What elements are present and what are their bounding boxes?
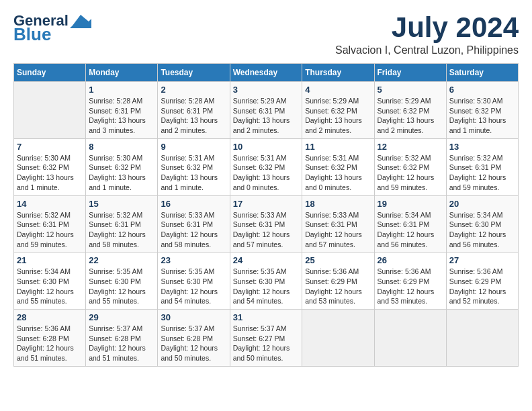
- calendar-cell: 3Sunrise: 5:29 AM Sunset: 6:31 PM Daylig…: [230, 82, 302, 139]
- calendar-week-row: 28Sunrise: 5:36 AM Sunset: 6:28 PM Dayli…: [14, 310, 519, 367]
- calendar-cell: 22Sunrise: 5:35 AM Sunset: 6:30 PM Dayli…: [86, 253, 158, 310]
- day-info: Sunrise: 5:31 AM Sunset: 6:32 PM Dayligh…: [233, 153, 300, 193]
- day-number: 15: [89, 199, 154, 209]
- day-number: 24: [233, 255, 300, 265]
- calendar-cell: 9Sunrise: 5:31 AM Sunset: 6:32 PM Daylig…: [158, 138, 230, 195]
- day-number: 2: [161, 85, 226, 95]
- calendar-cell: 30Sunrise: 5:37 AM Sunset: 6:28 PM Dayli…: [158, 310, 230, 367]
- calendar-cell: 27Sunrise: 5:36 AM Sunset: 6:29 PM Dayli…: [446, 253, 518, 310]
- calendar-cell: 15Sunrise: 5:32 AM Sunset: 6:31 PM Dayli…: [86, 195, 158, 253]
- weekday-header: Wednesday: [230, 64, 302, 82]
- day-info: Sunrise: 5:36 AM Sunset: 6:29 PM Dayligh…: [305, 267, 371, 306]
- weekday-header: Thursday: [302, 64, 374, 82]
- calendar-cell: 24Sunrise: 5:35 AM Sunset: 6:30 PM Dayli…: [230, 253, 302, 310]
- day-number: 6: [449, 85, 515, 95]
- calendar-cell: 26Sunrise: 5:36 AM Sunset: 6:29 PM Dayli…: [374, 253, 446, 310]
- calendar-cell: 11Sunrise: 5:31 AM Sunset: 6:32 PM Dayli…: [302, 138, 374, 195]
- day-info: Sunrise: 5:36 AM Sunset: 6:28 PM Dayligh…: [17, 324, 83, 363]
- day-info: Sunrise: 5:30 AM Sunset: 6:32 PM Dayligh…: [89, 153, 154, 193]
- weekday-header: Saturday: [446, 64, 518, 82]
- day-info: Sunrise: 5:34 AM Sunset: 6:31 PM Dayligh…: [378, 210, 443, 250]
- day-number: 18: [305, 199, 371, 209]
- calendar-cell: 8Sunrise: 5:30 AM Sunset: 6:32 PM Daylig…: [86, 138, 158, 195]
- day-info: Sunrise: 5:32 AM Sunset: 6:31 PM Dayligh…: [17, 210, 83, 250]
- calendar-cell: [14, 82, 86, 139]
- day-info: Sunrise: 5:33 AM Sunset: 6:31 PM Dayligh…: [161, 210, 226, 250]
- day-number: 1: [89, 85, 154, 95]
- day-info: Sunrise: 5:37 AM Sunset: 6:28 PM Dayligh…: [89, 324, 154, 363]
- day-info: Sunrise: 5:35 AM Sunset: 6:30 PM Dayligh…: [89, 267, 154, 306]
- title-area: July 2024 Salvacion I, Central Luzon, Ph…: [335, 13, 519, 56]
- day-number: 7: [17, 142, 83, 152]
- day-info: Sunrise: 5:36 AM Sunset: 6:29 PM Dayligh…: [378, 267, 443, 306]
- day-number: 27: [449, 255, 515, 265]
- day-number: 16: [161, 199, 226, 209]
- day-number: 12: [378, 142, 443, 152]
- calendar-cell: 12Sunrise: 5:32 AM Sunset: 6:32 PM Dayli…: [374, 138, 446, 195]
- page-header: General Blue July 2024 Salvacion I, Cent…: [13, 13, 519, 56]
- calendar-body: 1Sunrise: 5:28 AM Sunset: 6:31 PM Daylig…: [14, 82, 519, 367]
- day-info: Sunrise: 5:35 AM Sunset: 6:30 PM Dayligh…: [161, 267, 226, 306]
- calendar-week-row: 14Sunrise: 5:32 AM Sunset: 6:31 PM Dayli…: [14, 195, 519, 253]
- calendar-cell: 23Sunrise: 5:35 AM Sunset: 6:30 PM Dayli…: [158, 253, 230, 310]
- day-number: 13: [449, 142, 515, 152]
- day-number: 4: [305, 85, 371, 95]
- calendar-cell: 2Sunrise: 5:28 AM Sunset: 6:31 PM Daylig…: [158, 82, 230, 139]
- day-info: Sunrise: 5:29 AM Sunset: 6:31 PM Dayligh…: [233, 96, 300, 136]
- calendar-cell: 28Sunrise: 5:36 AM Sunset: 6:28 PM Dayli…: [14, 310, 86, 367]
- weekday-header: Tuesday: [158, 64, 230, 82]
- day-info: Sunrise: 5:29 AM Sunset: 6:32 PM Dayligh…: [305, 96, 371, 136]
- day-number: 17: [233, 199, 300, 209]
- day-number: 3: [233, 85, 300, 95]
- calendar-cell: 18Sunrise: 5:33 AM Sunset: 6:31 PM Dayli…: [302, 195, 374, 253]
- calendar-cell: 14Sunrise: 5:32 AM Sunset: 6:31 PM Dayli…: [14, 195, 86, 253]
- day-info: Sunrise: 5:30 AM Sunset: 6:32 PM Dayligh…: [17, 153, 83, 193]
- calendar-cell: 4Sunrise: 5:29 AM Sunset: 6:32 PM Daylig…: [302, 82, 374, 139]
- day-number: 26: [378, 255, 443, 265]
- day-info: Sunrise: 5:31 AM Sunset: 6:32 PM Dayligh…: [305, 153, 371, 193]
- day-info: Sunrise: 5:34 AM Sunset: 6:30 PM Dayligh…: [449, 210, 515, 250]
- calendar-cell: 25Sunrise: 5:36 AM Sunset: 6:29 PM Dayli…: [302, 253, 374, 310]
- logo: General Blue: [13, 13, 91, 43]
- day-info: Sunrise: 5:37 AM Sunset: 6:27 PM Dayligh…: [233, 324, 300, 363]
- calendar-cell: 16Sunrise: 5:33 AM Sunset: 6:31 PM Dayli…: [158, 195, 230, 253]
- calendar-week-row: 7Sunrise: 5:30 AM Sunset: 6:32 PM Daylig…: [14, 138, 519, 195]
- day-info: Sunrise: 5:36 AM Sunset: 6:29 PM Dayligh…: [449, 267, 515, 306]
- calendar-week-row: 1Sunrise: 5:28 AM Sunset: 6:31 PM Daylig…: [14, 82, 519, 139]
- day-info: Sunrise: 5:29 AM Sunset: 6:32 PM Dayligh…: [378, 96, 443, 136]
- weekday-header: Monday: [86, 64, 158, 82]
- day-info: Sunrise: 5:34 AM Sunset: 6:30 PM Dayligh…: [17, 267, 83, 306]
- day-number: 21: [17, 255, 83, 265]
- calendar-cell: 7Sunrise: 5:30 AM Sunset: 6:32 PM Daylig…: [14, 138, 86, 195]
- month-title: July 2024: [335, 13, 519, 42]
- day-info: Sunrise: 5:35 AM Sunset: 6:30 PM Dayligh…: [233, 267, 300, 306]
- calendar-header: SundayMondayTuesdayWednesdayThursdayFrid…: [14, 64, 519, 82]
- day-info: Sunrise: 5:32 AM Sunset: 6:31 PM Dayligh…: [89, 210, 154, 250]
- day-number: 28: [17, 312, 83, 322]
- calendar-cell: 21Sunrise: 5:34 AM Sunset: 6:30 PM Dayli…: [14, 253, 86, 310]
- day-number: 22: [89, 255, 154, 265]
- day-info: Sunrise: 5:28 AM Sunset: 6:31 PM Dayligh…: [89, 96, 154, 136]
- calendar-cell: [302, 310, 374, 367]
- day-number: 25: [305, 255, 371, 265]
- calendar-cell: [446, 310, 518, 367]
- day-info: Sunrise: 5:28 AM Sunset: 6:31 PM Dayligh…: [161, 96, 226, 136]
- day-info: Sunrise: 5:30 AM Sunset: 6:32 PM Dayligh…: [449, 96, 515, 136]
- calendar-cell: 6Sunrise: 5:30 AM Sunset: 6:32 PM Daylig…: [446, 82, 518, 139]
- calendar-cell: 20Sunrise: 5:34 AM Sunset: 6:30 PM Dayli…: [446, 195, 518, 253]
- day-number: 5: [378, 85, 443, 95]
- calendar-cell: 1Sunrise: 5:28 AM Sunset: 6:31 PM Daylig…: [86, 82, 158, 139]
- day-number: 8: [89, 142, 154, 152]
- day-number: 11: [305, 142, 371, 152]
- location-title: Salvacion I, Central Luzon, Philippines: [335, 44, 519, 56]
- day-number: 31: [233, 312, 300, 322]
- day-number: 20: [449, 199, 515, 209]
- calendar-table: SundayMondayTuesdayWednesdayThursdayFrid…: [13, 63, 519, 367]
- day-info: Sunrise: 5:37 AM Sunset: 6:28 PM Dayligh…: [161, 324, 226, 363]
- calendar-cell: 13Sunrise: 5:32 AM Sunset: 6:31 PM Dayli…: [446, 138, 518, 195]
- calendar-cell: 29Sunrise: 5:37 AM Sunset: 6:28 PM Dayli…: [86, 310, 158, 367]
- day-number: 30: [161, 312, 226, 322]
- calendar-cell: 19Sunrise: 5:34 AM Sunset: 6:31 PM Dayli…: [374, 195, 446, 253]
- day-number: 10: [233, 142, 300, 152]
- header-row: SundayMondayTuesdayWednesdayThursdayFrid…: [14, 64, 519, 82]
